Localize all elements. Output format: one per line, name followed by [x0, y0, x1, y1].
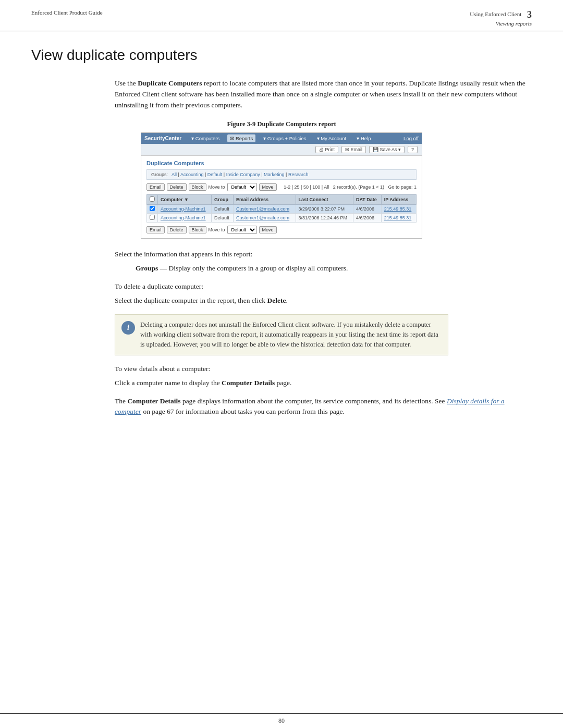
- sc-move-to-select-bottom[interactable]: Default: [227, 226, 257, 234]
- sc-navbar: SecurityCenter ▾ Computers ✉ Reports ▾ G…: [141, 133, 422, 144]
- sc-row2-email: Customer1@mcafee.com: [233, 213, 296, 222]
- table-row: Accounting-Machine1 Default Customer1@mc…: [147, 213, 417, 222]
- sc-print-btn[interactable]: 🖨 Print: [315, 146, 338, 153]
- sc-nav-computers[interactable]: ▾ Computers: [189, 134, 222, 142]
- sc-group-research[interactable]: Research: [288, 172, 309, 177]
- sc-row1-check[interactable]: [150, 206, 155, 211]
- sc-row2-computer: Accounting-Machine1: [158, 213, 212, 222]
- sc-action-bar-top: Email Delete Block Move to Default Move …: [146, 183, 417, 191]
- sc-toolbar: 🖨 Print ✉ Email 💾 Save As ▾ ?: [141, 144, 422, 156]
- sc-pagination-top: 1-2 | 25 | 50 | 100 | All 2 record(s). (…: [284, 184, 417, 190]
- sc-col-checkbox: [147, 194, 158, 204]
- sc-move-to-select[interactable]: Default: [227, 183, 257, 191]
- sc-move-bottom-btn[interactable]: Move: [259, 226, 277, 233]
- table-row: Accounting-Machine1 Default Customer1@mc…: [147, 204, 417, 213]
- sc-row2-check[interactable]: [150, 215, 155, 220]
- sc-group-all[interactable]: All: [172, 172, 177, 177]
- figure-container: Figure 3-9 Duplicate Computers report Se…: [31, 120, 532, 239]
- computer-details-bold2: Computer Details: [127, 397, 180, 405]
- sc-nav-help[interactable]: ▾ Help: [354, 134, 373, 142]
- sc-col-last-connect[interactable]: Last Connect: [296, 194, 353, 204]
- sc-row1-ip: 215.49.85.31: [381, 204, 416, 213]
- sc-brand: SecurityCenter: [144, 135, 181, 141]
- sc-delete-btn[interactable]: Delete: [167, 183, 187, 191]
- sc-email-btn[interactable]: ✉ Email: [341, 146, 366, 153]
- sc-row2-group: Default: [212, 213, 234, 222]
- sc-action-bar-bottom: Email Delete Block Move to Default Move: [146, 226, 417, 234]
- sc-move-to-label-bottom: Move to: [209, 227, 225, 232]
- sc-row2-checkbox: [147, 213, 158, 222]
- sc-block-bottom-btn[interactable]: Block: [189, 226, 206, 233]
- sc-group-default[interactable]: Default: [207, 172, 223, 177]
- sc-col-email[interactable]: Email Address: [233, 194, 296, 204]
- sc-row2-ip-link[interactable]: 215.49.85.31: [384, 215, 412, 220]
- sc-nav-groups[interactable]: ▾ Groups + Policies: [261, 134, 309, 142]
- sc-row1-email-link[interactable]: Customer1@mcafee.com: [236, 206, 289, 212]
- page-footer: 80: [0, 713, 563, 728]
- header-left-text: Enforced Client Product Guide: [31, 9, 103, 16]
- view-details-instruction: Click a computer name to display the Com…: [115, 378, 532, 389]
- sc-question-btn[interactable]: ?: [408, 146, 418, 153]
- sc-row1-computer: Accounting-Machine1: [158, 204, 212, 213]
- header-right-bottom: Viewing reports: [470, 20, 532, 27]
- sc-nav-reports[interactable]: ✉ Reports: [227, 134, 255, 142]
- sc-row2-computer-link[interactable]: Accounting-Machine1: [161, 215, 206, 220]
- screenshot-mockup: SecurityCenter ▾ Computers ✉ Reports ▾ G…: [141, 132, 422, 239]
- sc-col-dat-date[interactable]: DAT Date: [353, 194, 382, 204]
- sc-block-btn[interactable]: Block: [189, 183, 206, 191]
- sc-email-bottom-btn[interactable]: Email: [146, 226, 165, 233]
- sc-move-to-label: Move to: [209, 184, 225, 190]
- sc-table: Computer ▼ Group Email Address Last Conn…: [146, 194, 417, 223]
- sc-email-action-btn[interactable]: Email: [146, 183, 165, 191]
- footer-page-number: 80: [278, 717, 285, 724]
- sc-nav-account[interactable]: ▾ My Account: [314, 134, 349, 142]
- sc-row2-dat-date: 4/6/2006: [353, 213, 382, 222]
- figure-caption: Figure 3-9 Duplicate Computers report: [31, 120, 532, 128]
- sc-section-title: Duplicate Computers: [146, 160, 417, 166]
- info-box-text: Deleting a computer does not uninstall t…: [140, 320, 442, 349]
- view-details-header: To view details about a computer:: [115, 364, 532, 375]
- sc-col-ip[interactable]: IP Address: [381, 194, 416, 204]
- sc-row1-dat-date: 4/6/2006: [353, 204, 382, 213]
- sc-row1-computer-link[interactable]: Accounting-Machine1: [161, 206, 206, 212]
- sc-col-group[interactable]: Group: [212, 194, 234, 204]
- delete-instruction: Select the duplicate computer in the rep…: [115, 295, 532, 306]
- sc-logout[interactable]: Log off: [403, 135, 419, 141]
- page-title: View duplicate computers: [31, 47, 532, 66]
- sc-row2-ip: 215.49.85.31: [381, 213, 416, 222]
- sc-delete-bottom-btn[interactable]: Delete: [167, 226, 187, 233]
- sc-col-computer[interactable]: Computer ▼: [158, 194, 212, 204]
- sc-row1-checkbox: [147, 204, 158, 213]
- computer-details-bold: Computer Details: [222, 379, 275, 387]
- sc-row2-email-link[interactable]: Customer1@mcafee.com: [236, 215, 289, 220]
- computer-details-para: The Computer Details page displays infor…: [115, 396, 532, 418]
- sc-row1-ip-link[interactable]: 215.49.85.31: [384, 206, 412, 212]
- sc-body: Duplicate Computers Groups: All | Accoun…: [141, 156, 422, 238]
- intro-paragraph: Use the Duplicate Computers report to lo…: [115, 78, 532, 111]
- groups-desc-bold: Groups: [136, 264, 158, 272]
- main-content: View duplicate computers Use the Duplica…: [0, 31, 563, 448]
- select-info-label: Select the information that appears in t…: [115, 249, 532, 260]
- sc-group-marketing[interactable]: Marketing: [264, 172, 285, 177]
- sc-saveas-btn[interactable]: 💾 Save As ▾: [369, 146, 405, 153]
- info-box: i Deleting a computer does not uninstall…: [115, 314, 448, 355]
- sc-row1-last-connect: 3/29/2006 3:22:07 PM: [296, 204, 353, 213]
- sc-groups-bar: Groups: All | Accounting | Default | Ins…: [146, 169, 417, 180]
- header-right-top: Using Enforced Client 3: [470, 9, 532, 20]
- sc-select-all-checkbox[interactable]: [150, 196, 155, 202]
- sc-row1-email: Customer1@mcafee.com: [233, 204, 296, 213]
- delete-header: To delete a duplicate computer:: [115, 281, 532, 292]
- sc-row1-group: Default: [212, 204, 234, 213]
- groups-description: Groups — Display only the computers in a…: [136, 263, 532, 274]
- groups-desc-text: — Display only the computers in a group …: [158, 264, 348, 272]
- sc-row2-last-connect: 3/31/2006 12:24:46 PM: [296, 213, 353, 222]
- sc-move-btn[interactable]: Move: [259, 183, 277, 191]
- info-icon: i: [121, 321, 135, 335]
- page-header: Enforced Client Product Guide Using Enfo…: [0, 0, 563, 31]
- header-right: Using Enforced Client 3 Viewing reports: [470, 9, 532, 27]
- sc-group-accounting[interactable]: Accounting: [180, 172, 204, 177]
- sc-group-inside[interactable]: Inside Company: [226, 172, 260, 177]
